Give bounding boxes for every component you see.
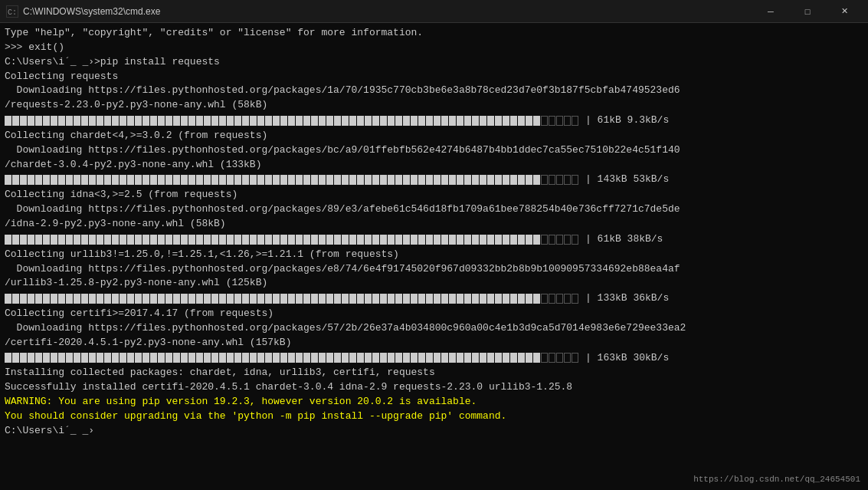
progress-block [380, 116, 387, 126]
progress-block [518, 175, 525, 185]
progress-block [334, 116, 341, 126]
progress-block [66, 294, 73, 304]
progress-block [234, 294, 241, 304]
progress-block [81, 116, 88, 126]
minimize-button[interactable]: ─ [753, 0, 788, 23]
progress-block [518, 116, 525, 126]
terminal-line: Collecting certifi>=2017.4.17 (from requ… [5, 307, 863, 321]
progress-block [380, 235, 387, 245]
titlebar: C: C:\WINDOWS\system32\cmd.exe ─ □ ✕ [0, 0, 868, 23]
progress-block [472, 235, 479, 245]
progress-block [257, 235, 264, 245]
terminal-line: /requests-2.23.0-py2.py3-none-any.whl (5… [5, 98, 863, 113]
progress-block [219, 294, 226, 304]
progress-bar [5, 353, 579, 363]
progress-block [487, 235, 494, 245]
progress-block [365, 353, 372, 363]
progress-block [418, 175, 425, 185]
progress-block [365, 116, 372, 126]
progress-block [388, 294, 395, 304]
progress-block [127, 235, 134, 245]
progress-block [526, 235, 532, 245]
progress-block [526, 294, 532, 304]
progress-block [541, 175, 548, 185]
progress-block [411, 116, 418, 126]
progress-block [357, 235, 364, 245]
maximize-button[interactable]: □ [790, 0, 825, 23]
terminal-line: WARNING: You are using pip version 19.2.… [5, 395, 863, 409]
progress-block [142, 353, 149, 363]
progress-block [342, 235, 349, 245]
progress-block [43, 235, 50, 245]
progress-block [457, 116, 463, 126]
progress-block [334, 294, 341, 304]
progress-block [173, 353, 180, 363]
progress-block [280, 353, 287, 363]
progress-block [365, 294, 372, 304]
progress-block [66, 175, 73, 185]
progress-block [326, 353, 333, 363]
progress-block [234, 175, 241, 185]
progress-block [227, 353, 234, 363]
progress-block [503, 175, 509, 185]
progress-block [150, 235, 157, 245]
terminal-line: >>> exit() [5, 41, 863, 55]
progress-block [265, 235, 272, 245]
progress-block [572, 235, 578, 245]
progress-block [242, 116, 249, 126]
progress-block [173, 294, 180, 304]
progress-block [303, 353, 310, 363]
progress-block [35, 294, 42, 304]
progress-block [112, 116, 119, 126]
progress-block [173, 116, 180, 126]
progress-block [181, 175, 188, 185]
titlebar-left: C: C:\WINDOWS\system32\cmd.exe [6, 5, 160, 18]
progress-block [556, 235, 563, 245]
progress-block [43, 353, 50, 363]
progress-block [150, 175, 157, 185]
progress-block [150, 294, 157, 304]
terminal-line: /idna-2.9-py2.py3-none-any.whl (58kB) [5, 217, 863, 232]
progress-block [487, 294, 494, 304]
terminal-line: C:\Users\i´_ _› [5, 424, 863, 439]
progress-block [487, 116, 494, 126]
progress-block [89, 294, 96, 304]
progress-block [242, 353, 249, 363]
progress-block [74, 175, 80, 185]
progress-block [81, 235, 88, 245]
progress-block [165, 294, 172, 304]
progress-block [280, 175, 287, 185]
progress-block [234, 235, 241, 245]
progress-block [5, 294, 11, 304]
progress-block [250, 235, 257, 245]
progress-block [188, 353, 195, 363]
progress-block [43, 116, 50, 126]
progress-block [303, 175, 310, 185]
progress-block [234, 116, 241, 126]
progress-block [265, 294, 272, 304]
progress-block [472, 116, 479, 126]
progress-block [280, 235, 287, 245]
progress-block [518, 235, 525, 245]
progress-block [357, 116, 364, 126]
cmd-icon: C: [6, 5, 18, 18]
progress-block [434, 175, 441, 185]
progress-block [66, 353, 73, 363]
progress-block [372, 294, 379, 304]
close-button[interactable]: ✕ [827, 0, 862, 23]
progress-block [326, 116, 333, 126]
progress-block [51, 116, 57, 126]
progress-block [97, 294, 103, 304]
progress-block [395, 235, 402, 245]
terminal-line: /urllib3-1.25.8-py2.py3-none-any.whl (12… [5, 276, 863, 291]
progress-block [503, 353, 509, 363]
progress-block [380, 294, 387, 304]
progress-block [20, 116, 27, 126]
watermark: https://blog.csdn.net/qq_24654501 [693, 475, 860, 484]
progress-block [273, 353, 280, 363]
progress-block [533, 116, 540, 126]
progress-block [388, 116, 395, 126]
progress-block [403, 353, 410, 363]
progress-block [495, 116, 502, 126]
progress-block [196, 235, 203, 245]
